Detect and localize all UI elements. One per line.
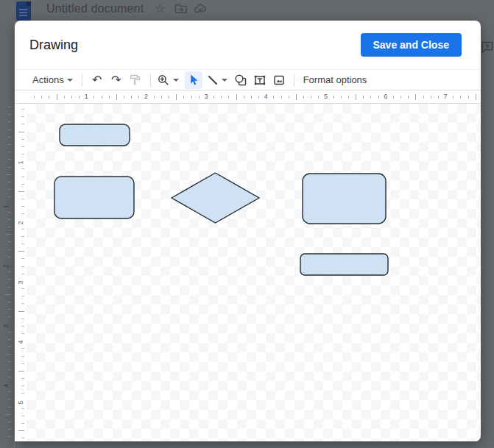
hruler-tick — [236, 94, 237, 100]
hruler-tick — [199, 96, 200, 99]
chevron-down-icon — [222, 79, 227, 82]
add-comment-icon[interactable] — [481, 41, 493, 54]
hruler-tick — [102, 96, 102, 99]
drawing-canvas[interactable] — [27, 104, 481, 441]
docs-vruler-tick — [5, 414, 11, 415]
hruler-tick — [281, 96, 282, 99]
toolbar-separator — [294, 74, 294, 87]
paint-format-button[interactable] — [127, 71, 144, 89]
shape-rounded-rect[interactable] — [54, 177, 134, 218]
dialog-header: Drawing Save and Close — [15, 21, 481, 70]
save-and-close-button[interactable]: Save and Close — [361, 33, 462, 57]
hruler-tick — [363, 96, 364, 99]
hruler-tick — [289, 96, 289, 99]
actions-label: Actions — [32, 74, 64, 85]
text-box-tool-button[interactable] — [251, 71, 269, 89]
vruler-tick — [18, 191, 24, 192]
chevron-down-icon — [67, 79, 73, 82]
vruler-tick — [21, 408, 24, 409]
actions-menu-button[interactable]: Actions — [29, 74, 76, 85]
docs-vertical-ruler: 1234 — [0, 21, 15, 448]
docs-vruler-tick — [5, 234, 11, 235]
docs-vruler-tick — [8, 436, 11, 437]
redo-button[interactable]: ↷ — [107, 71, 125, 89]
vruler-number: 5 — [17, 397, 24, 404]
vruler-number: 3 — [17, 277, 24, 284]
vruler-tick — [21, 258, 24, 259]
document-title[interactable]: Untitled document — [46, 2, 144, 15]
image-tool-button[interactable] — [270, 71, 288, 89]
vruler-tick — [21, 393, 24, 394]
docs-vruler-tick — [5, 174, 11, 175]
line-tool-button[interactable] — [207, 71, 227, 89]
chevron-down-icon — [173, 79, 179, 82]
hruler-tick — [415, 94, 416, 100]
hruler-tick — [393, 96, 394, 99]
vruler-tick — [21, 168, 24, 169]
docs-vruler-tick — [8, 189, 11, 190]
vruler-tick — [21, 303, 24, 304]
canvas-area: 12345 — [15, 104, 481, 441]
paint-roller-icon — [129, 74, 141, 86]
move-folder-icon[interactable] — [174, 3, 188, 14]
hruler-number: 7 — [444, 93, 448, 100]
hruler-tick — [468, 96, 469, 99]
docs-vruler-number: 3 — [2, 321, 10, 328]
hruler-tick — [370, 96, 371, 99]
hruler-tick — [34, 96, 35, 99]
docs-vruler-tick — [8, 339, 11, 340]
docs-vruler-tick — [8, 377, 11, 377]
shape-rounded-rect[interactable] — [300, 254, 388, 275]
docs-vruler-number: 2 — [2, 260, 10, 268]
zoom-button[interactable] — [157, 71, 179, 89]
docs-vruler-tick — [8, 137, 11, 138]
shape-rounded-rect[interactable] — [60, 124, 130, 146]
docs-file-icon — [16, 1, 31, 21]
docs-vruler-tick — [8, 309, 11, 310]
format-options-button[interactable]: Format options — [300, 74, 370, 85]
vruler-tick — [18, 430, 24, 431]
hruler-tick — [169, 96, 169, 99]
star-icon[interactable]: ☆ — [155, 3, 165, 15]
dialog-title: Drawing — [29, 38, 78, 53]
hruler-tick — [109, 96, 110, 99]
vruler-tick — [18, 132, 24, 132]
docs-vruler-tick — [8, 219, 11, 220]
hruler-number: 4 — [264, 93, 268, 100]
hruler-tick — [303, 96, 304, 99]
toolbar-separator — [82, 74, 82, 87]
hruler-tick — [116, 94, 117, 100]
undo-button[interactable]: ↶ — [88, 71, 106, 89]
vruler-tick — [21, 438, 24, 438]
docs-vruler-tick — [8, 182, 11, 182]
docs-vruler-tick — [8, 227, 11, 227]
hruler-tick — [401, 96, 401, 99]
vruler-tick — [21, 378, 24, 379]
shape-tool-button[interactable] — [232, 71, 250, 89]
hruler-tick — [138, 96, 139, 99]
shape-icon — [234, 74, 247, 87]
hruler-tick — [460, 96, 461, 99]
hruler-number: 3 — [204, 93, 208, 100]
hruler-tick — [64, 96, 65, 99]
vruler-number: 1 — [17, 158, 24, 165]
docs-vruler-tick — [8, 159, 11, 160]
docs-vruler-tick — [8, 361, 11, 362]
shape-rounded-rect[interactable] — [303, 174, 386, 224]
cloud-check-icon — [194, 3, 208, 15]
hruler-tick — [228, 96, 229, 99]
docs-vruler-tick — [5, 294, 11, 295]
docs-vruler-tick — [8, 249, 11, 250]
docs-vruler-tick — [8, 399, 11, 399]
shape-diamond[interactable] — [172, 173, 259, 223]
docs-vruler-tick — [8, 369, 11, 370]
vruler-tick — [21, 243, 24, 244]
vruler-tick — [21, 296, 24, 296]
hruler-tick — [124, 96, 124, 99]
vruler-tick — [21, 288, 24, 289]
vruler-tick — [18, 371, 24, 371]
vruler-tick — [21, 319, 24, 319]
select-tool-button[interactable] — [185, 71, 202, 89]
hruler-tick — [71, 96, 72, 99]
docs-vruler-number: 1 — [2, 201, 10, 208]
